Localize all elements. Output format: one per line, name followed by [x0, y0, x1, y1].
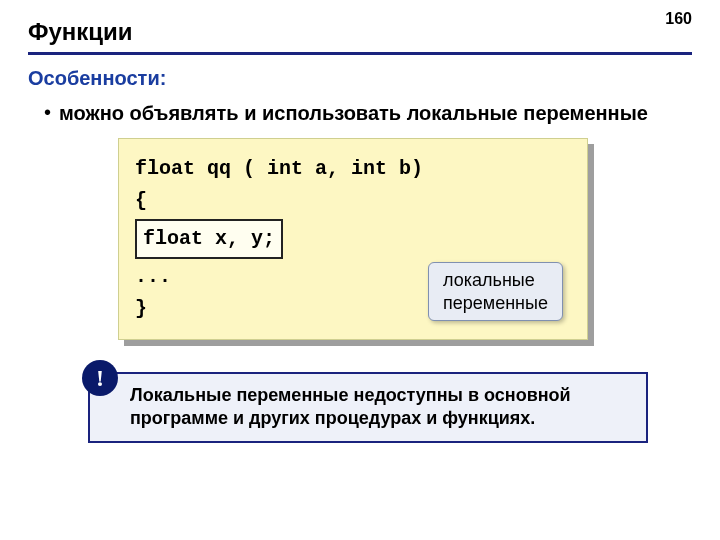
callout-label: локальные переменные	[428, 262, 563, 321]
note-box: Локальные переменные недоступны в основн…	[88, 372, 648, 443]
code-highlight-box: float x, y;	[135, 219, 283, 259]
callout-line: локальные	[443, 269, 548, 292]
code-line: float qq ( int a, int b)	[135, 153, 571, 185]
bullet-text: можно объявлять и использовать локальные…	[59, 100, 648, 126]
code-block-container: float qq ( int a, int b) { float x, y; .…	[118, 138, 588, 340]
page-title: Функции	[28, 18, 692, 55]
bullet-marker: •	[44, 100, 51, 124]
section-subtitle: Особенности:	[28, 67, 692, 90]
code-highlight-text: float x, y;	[143, 227, 275, 250]
code-line: {	[135, 185, 571, 217]
callout-line: переменные	[443, 292, 548, 315]
page-number: 160	[665, 10, 692, 28]
note-text: Локальные переменные недоступны в основн…	[130, 385, 571, 428]
bullet-item: • можно объявлять и использовать локальн…	[44, 100, 692, 126]
code-block: float qq ( int a, int b) { float x, y; .…	[118, 138, 588, 340]
note-region: ! Локальные переменные недоступны в осно…	[88, 372, 648, 443]
exclamation-icon: !	[82, 360, 118, 396]
